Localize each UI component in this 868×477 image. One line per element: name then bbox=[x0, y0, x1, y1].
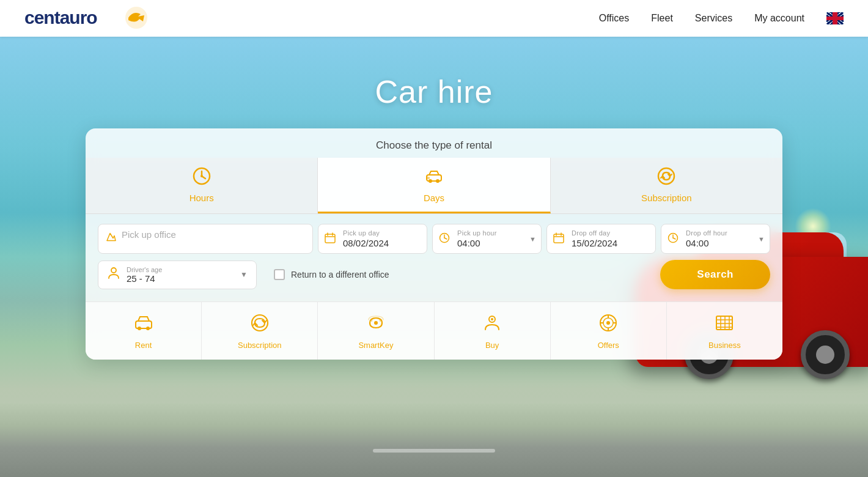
car-wheel-front bbox=[801, 330, 850, 379]
logo[interactable]: centauro bbox=[24, 3, 159, 34]
svg-rect-18 bbox=[554, 234, 564, 243]
service-business[interactable]: Business bbox=[667, 302, 782, 360]
tab-hours-label: Hours bbox=[189, 193, 214, 203]
pickup-day-label: Pick up day bbox=[343, 229, 418, 237]
tab-subscription-label: Subscription bbox=[641, 193, 692, 203]
svg-point-8 bbox=[436, 179, 440, 183]
tab-hours[interactable]: Hours bbox=[86, 158, 318, 213]
dropoff-hour-dropdown-arrow: ▼ bbox=[758, 235, 765, 243]
nav-link-fleet[interactable]: Fleet bbox=[651, 13, 673, 24]
drivers-age-field[interactable]: Driver's age 25 - 74 ▼ bbox=[98, 261, 257, 289]
dropoff-day-label: Drop off day bbox=[572, 229, 647, 237]
nav-link-myaccount[interactable]: My account bbox=[754, 13, 804, 24]
calendar-dropoff-icon bbox=[553, 232, 564, 246]
service-smartkey[interactable]: SmartKey bbox=[318, 302, 434, 360]
business-label: Business bbox=[708, 341, 741, 350]
age-label: Driver's age bbox=[127, 266, 234, 273]
dropoff-day-value: 15/02/2024 bbox=[572, 238, 647, 248]
service-subscription[interactable]: Subscription bbox=[202, 302, 318, 360]
clock-dropoff-icon bbox=[668, 232, 679, 246]
calendar-icon bbox=[325, 232, 336, 246]
pickup-hour-value: 04:00 bbox=[457, 238, 520, 248]
svg-point-32 bbox=[491, 318, 493, 320]
form-row-2: Driver's age 25 - 74 ▼ Return to a diffe… bbox=[86, 254, 782, 301]
svg-rect-9 bbox=[427, 177, 430, 179]
person-icon bbox=[107, 266, 120, 283]
dropoff-hour-label: Drop off hour bbox=[686, 229, 749, 237]
service-buy[interactable]: Buy bbox=[435, 302, 551, 360]
rent-label: Rent bbox=[135, 341, 152, 350]
service-rent[interactable]: Rent bbox=[86, 302, 202, 360]
svg-point-7 bbox=[428, 179, 432, 183]
business-icon bbox=[715, 313, 734, 337]
hero-section: Car hire Choose the type of rental Hours bbox=[0, 37, 868, 477]
tab-days[interactable]: Days bbox=[318, 158, 550, 213]
svg-text:centauro: centauro bbox=[24, 7, 97, 28]
tab-days-label: Days bbox=[424, 193, 444, 203]
rent-icon bbox=[134, 313, 153, 337]
dropoff-day-field[interactable]: Drop off day 15/02/2024 bbox=[546, 224, 656, 254]
rental-tabs: Hours Days bbox=[86, 158, 782, 214]
hour-dropdown-arrow: ▼ bbox=[529, 235, 536, 243]
car-icon bbox=[424, 166, 444, 190]
svg-line-17 bbox=[444, 238, 447, 239]
buy-label: Buy bbox=[485, 341, 499, 350]
clock-small-icon bbox=[439, 232, 450, 246]
logo-text: centauro bbox=[24, 3, 159, 34]
buy-icon bbox=[482, 313, 502, 337]
services-row: Rent Subscription bbox=[86, 301, 782, 360]
pickup-office-field[interactable]: Pick up office bbox=[98, 224, 313, 254]
dropoff-hour-field[interactable]: Drop off hour 04:00 ▼ bbox=[661, 224, 770, 254]
svg-point-25 bbox=[111, 268, 116, 273]
pickup-hour-field[interactable]: Pick up hour 04:00 ▼ bbox=[432, 224, 542, 254]
svg-point-27 bbox=[138, 327, 141, 330]
service-offers[interactable]: Offers bbox=[551, 302, 667, 360]
offers-label: Offers bbox=[598, 341, 619, 350]
search-button[interactable]: Search bbox=[660, 260, 770, 289]
svg-point-39 bbox=[606, 321, 610, 325]
navbar: centauro Offices Fleet Services My accou… bbox=[0, 0, 868, 37]
offers-icon bbox=[598, 313, 618, 337]
smartkey-label: SmartKey bbox=[358, 341, 393, 350]
svg-point-30 bbox=[374, 321, 378, 325]
return-different-checkbox[interactable] bbox=[274, 269, 285, 280]
smartkey-icon bbox=[366, 313, 386, 337]
return-different-area[interactable]: Return to a different office bbox=[274, 269, 655, 280]
form-row-1: Pick up office Pick up day 08/02/2024 bbox=[86, 214, 782, 254]
nav-link-offices[interactable]: Offices bbox=[599, 13, 630, 24]
svg-line-24 bbox=[673, 238, 675, 239]
age-dropdown-arrow: ▼ bbox=[240, 270, 248, 279]
pickup-hour-label: Pick up hour bbox=[457, 229, 520, 237]
return-different-label: Return to a different office bbox=[291, 270, 389, 279]
svg-rect-11 bbox=[325, 234, 335, 243]
clock-icon bbox=[192, 166, 211, 190]
subscription-icon bbox=[657, 166, 676, 190]
age-content: Driver's age 25 - 74 bbox=[127, 266, 234, 284]
road-decoration bbox=[0, 404, 868, 477]
booking-card: Choose the type of rental Hours bbox=[86, 128, 782, 360]
nav-links: Offices Fleet Services My account bbox=[599, 12, 844, 24]
dropoff-hour-value: 04:00 bbox=[686, 238, 749, 248]
pickup-office-placeholder: Pick up office bbox=[122, 229, 304, 240]
svg-point-28 bbox=[146, 327, 150, 330]
svg-point-5 bbox=[200, 175, 203, 177]
pickup-day-value: 08/02/2024 bbox=[343, 238, 418, 248]
rental-type-label: Choose the type of rental bbox=[86, 128, 782, 152]
road-line bbox=[373, 449, 495, 453]
subscription-svc-label: Subscription bbox=[238, 341, 282, 350]
svg-point-10 bbox=[658, 168, 674, 184]
tab-subscription[interactable]: Subscription bbox=[551, 158, 782, 213]
pickup-day-field[interactable]: Pick up day 08/02/2024 bbox=[318, 224, 427, 254]
nav-link-services[interactable]: Services bbox=[695, 13, 732, 24]
location-icon bbox=[106, 232, 117, 246]
page-title: Car hire bbox=[375, 73, 493, 110]
subscription-svc-icon bbox=[250, 313, 270, 337]
language-flag-icon[interactable] bbox=[826, 12, 844, 24]
age-value: 25 - 74 bbox=[127, 273, 234, 284]
